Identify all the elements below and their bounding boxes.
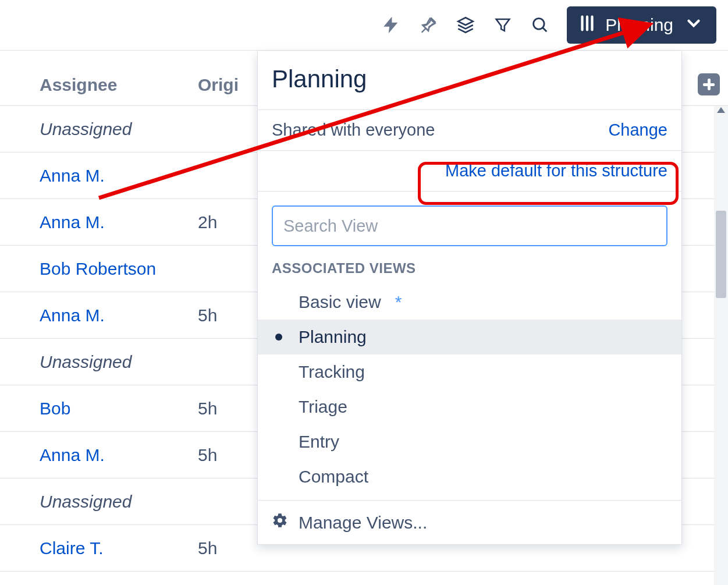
filter-icon[interactable] [492,15,513,36]
assignee-unassigned: Unassigned [0,492,198,512]
assignee-link[interactable]: Bob Robertson [0,259,198,279]
original-estimate-cell: 5h [198,538,256,558]
toolbar: Planning [0,0,728,51]
assignee-unassigned: Unassigned [0,119,198,139]
view-list: Basic view*PlanningTrackingTriageEntryCo… [258,285,681,494]
original-estimate-cell: 5h [198,445,256,465]
shared-row: Shared with everyone Change [258,110,681,151]
default-star-icon: * [395,292,402,312]
view-item-triage[interactable]: Triage [258,389,681,424]
manage-views-label: Manage Views... [299,513,427,533]
view-item-label: Triage [299,397,347,417]
view-item-planning[interactable]: Planning [258,320,681,354]
search-icon[interactable] [530,15,551,36]
view-item-label: Planning [299,327,367,347]
assignee-link[interactable]: Anna M. [0,445,198,465]
col-assignee[interactable]: Assignee [0,75,198,95]
scroll-up-arrow-icon[interactable] [717,107,725,113]
view-selector-label: Planning [605,15,673,35]
add-column-button[interactable] [698,73,720,95]
vertical-scrollbar[interactable] [714,106,728,585]
original-estimate-cell: 2h [198,212,256,232]
view-item-label: Compact [299,467,368,487]
view-item-compact[interactable]: Compact [258,459,681,494]
shared-text: Shared with everyone [272,120,435,140]
svg-point-0 [534,19,544,29]
original-estimate-cell: 5h [198,306,256,325]
scroll-thumb[interactable] [716,211,726,298]
view-selector-button[interactable]: Planning [567,6,716,44]
assignee-link[interactable]: Anna M. [0,166,198,186]
original-estimate-cell: 5h [198,399,256,419]
view-item-basic-view[interactable]: Basic view* [258,285,681,320]
assignee-unassigned: Unassigned [0,352,198,372]
automation-icon[interactable] [381,15,402,36]
change-link[interactable]: Change [608,120,667,140]
view-item-entry[interactable]: Entry [258,424,681,459]
chevron-down-icon [684,13,704,37]
view-dropdown-panel: Planning Shared with everyone Change Mak… [257,51,682,545]
view-item-label: Basic view [299,292,381,312]
columns-icon [577,13,597,37]
assignee-link[interactable]: Claire T. [0,538,198,558]
associated-views-header: ASSOCIATED VIEWS [258,260,681,285]
layers-icon[interactable] [455,15,476,36]
make-default-link[interactable]: Make default for this structure [445,161,667,180]
search-view-input[interactable] [272,205,667,246]
panel-title: Planning [258,51,681,110]
pin-icon[interactable] [418,15,439,36]
view-item-label: Tracking [299,362,365,382]
assignee-link[interactable]: Anna M. [0,212,198,232]
view-item-label: Entry [299,432,339,452]
gear-icon [272,512,288,533]
selected-dot-icon [275,334,282,341]
view-item-tracking[interactable]: Tracking [258,354,681,389]
assignee-link[interactable]: Bob [0,399,198,419]
manage-views-link[interactable]: Manage Views... [258,501,681,544]
assignee-link[interactable]: Anna M. [0,306,198,325]
make-default-row: Make default for this structure [258,151,681,192]
